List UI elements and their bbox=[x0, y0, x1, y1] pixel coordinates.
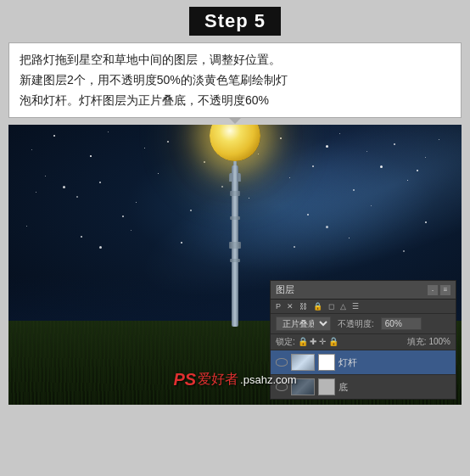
blend-mode-select[interactable]: 正片叠底 bbox=[276, 316, 331, 331]
lock-icon[interactable]: ✕ bbox=[285, 301, 295, 311]
step-label: Step 5 bbox=[204, 10, 266, 31]
layer-mask-thumbnail-2 bbox=[318, 378, 335, 395]
ps-panel-menu-btn[interactable]: ≡ bbox=[440, 285, 450, 295]
normal-icon[interactable]: P bbox=[274, 301, 283, 311]
opacity-label: 不透明度: bbox=[338, 318, 374, 330]
filter-icon[interactable]: 🔒 bbox=[311, 301, 324, 311]
ps-blend-row: 正片叠底 不透明度: 60% bbox=[271, 314, 456, 334]
ps-panel-header: 图层 - ≡ bbox=[271, 281, 456, 300]
main-image: 图层 - ≡ P ✕ ⛓ 🔒 ◻ △ ☰ 正片叠底 bbox=[8, 125, 462, 405]
watermark-love: 爱好者 bbox=[198, 371, 238, 389]
ps-panel-collapse-btn[interactable]: - bbox=[428, 285, 438, 295]
layer-eye-icon[interactable] bbox=[276, 358, 288, 367]
step-header: Step 5 bbox=[189, 7, 281, 36]
ps-panel-controls: - ≡ bbox=[428, 285, 450, 295]
ps-icons-row: P ✕ ⛓ 🔒 ◻ △ ☰ bbox=[271, 300, 456, 314]
ps-panel-title: 图层 bbox=[276, 283, 294, 296]
layer-row-denggan[interactable]: 灯杆 bbox=[271, 350, 456, 374]
opacity-value: 60% bbox=[381, 317, 422, 330]
watermark-ps: PS bbox=[173, 370, 196, 389]
layer-mask-thumbnail bbox=[318, 354, 335, 371]
page-wrapper: Step 5 把路灯拖到星空和草地中间的图层，调整好位置。新建图层2个，用不透明… bbox=[0, 0, 470, 476]
ps-layers-panel[interactable]: 图层 - ≡ P ✕ ⛓ 🔒 ◻ △ ☰ 正片叠底 bbox=[270, 280, 456, 400]
ps-lock-fill-row: 锁定: 🔒 ✚ ✛ 🔒 填充: 100% bbox=[271, 334, 456, 350]
lock-label: 锁定: 🔒 ✚ ✛ 🔒 bbox=[276, 336, 339, 348]
pixel-icon[interactable]: ☰ bbox=[350, 301, 361, 311]
description-text: 把路灯拖到星空和草地中间的图层，调整好位置。新建图层2个，用不透明度50%的淡黄… bbox=[20, 53, 288, 107]
layer-thumbnail bbox=[291, 354, 315, 371]
description-box: 把路灯拖到星空和草地中间的图层，调整好位置。新建图层2个，用不透明度50%的淡黄… bbox=[8, 42, 462, 118]
watermark-domain: .psahz.com bbox=[240, 373, 296, 386]
street-lamp bbox=[232, 170, 238, 327]
fill-label: 填充: 100% bbox=[407, 336, 450, 348]
layer-name-2: 底 bbox=[339, 381, 450, 394]
layer-row-bottom[interactable]: 底 bbox=[271, 374, 456, 399]
vector-icon[interactable]: △ bbox=[339, 301, 348, 311]
watermark: PS 爱好者 .psahz.com bbox=[173, 370, 296, 389]
chain-icon[interactable]: ⛓ bbox=[298, 301, 309, 311]
layer-name: 灯杆 bbox=[339, 356, 450, 369]
adjust-icon[interactable]: ◻ bbox=[327, 301, 336, 311]
